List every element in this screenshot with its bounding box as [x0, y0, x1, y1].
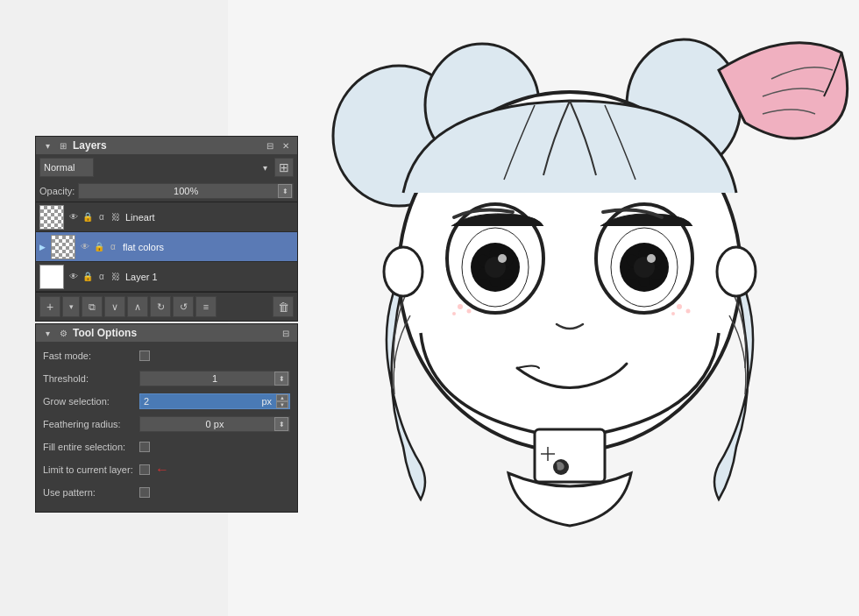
fast-mode-row: Fast mode:	[43, 347, 290, 365]
fill-entire-row: Fill entire selection:	[43, 438, 290, 456]
svg-point-6	[717, 247, 756, 296]
eye-icon-2[interactable]: 👁	[79, 242, 91, 251]
svg-point-30	[458, 304, 463, 309]
move-layer-up-btn[interactable]: ∧	[127, 296, 148, 317]
layer-item-lineart[interactable]: 👁 🔒 α ⛓ Lineart	[36, 202, 297, 232]
layers-icon: ⊞	[57, 139, 69, 152]
move-layer-down-btn[interactable]: ∨	[104, 296, 125, 317]
layer-name-flat-colors: flat colors	[123, 242, 294, 252]
layer-icons-layer1: 👁 🔒 α ⛓	[67, 272, 122, 281]
panels-container: ▾ ⊞ Layers ⊟ ✕ Normal Multiply Screen	[35, 136, 298, 514]
canvas-area: ▾ ⊞ Layers ⊟ ✕ Normal Multiply Screen	[0, 0, 859, 616]
duplicate-layer-btn[interactable]: ⧉	[82, 296, 103, 317]
threshold-scroll[interactable]: ⬍	[274, 372, 288, 386]
use-pattern-label: Use pattern:	[43, 487, 139, 498]
grow-selection-slider[interactable]: 2 px ▲ ▼	[139, 393, 290, 409]
tool-options-titlebar[interactable]: ▾ ⚙ Tool Options ⊟	[36, 324, 297, 342]
feathering-row: Feathering radius: 0 px ⬍	[43, 415, 290, 433]
layer-properties-btn[interactable]: ≡	[195, 296, 217, 317]
fast-mode-label: Fast mode:	[43, 350, 139, 361]
use-pattern-row: Use pattern:	[43, 484, 290, 501]
grow-selection-row: Grow selection: 2 px ▲ ▼	[43, 393, 290, 410]
layer-icons-flat-colors: 👁 🔒 α	[79, 242, 119, 251]
alpha-icon[interactable]: α	[96, 212, 108, 222]
blend-mode-wrapper: Normal Multiply Screen	[39, 158, 271, 177]
close-icon[interactable]: ✕	[280, 139, 292, 152]
lock-icon[interactable]: 🔒	[82, 212, 94, 222]
svg-point-34	[686, 309, 691, 314]
delete-layer-btn[interactable]: 🗑	[273, 296, 294, 317]
grow-spin-up[interactable]: ▲	[276, 394, 288, 401]
layer-name-layer1: Layer 1	[125, 272, 294, 282]
merge-down-btn[interactable]: ↻	[150, 296, 171, 317]
alpha-icon-3[interactable]: α	[96, 272, 108, 281]
feathering-value: 0 px	[140, 419, 289, 429]
channels-button[interactable]: ⊞	[274, 158, 294, 177]
threshold-slider[interactable]: 1 ⬍	[139, 371, 290, 386]
fast-mode-checkbox[interactable]	[139, 350, 150, 361]
threshold-row: Threshold: 1 ⬍	[43, 370, 290, 387]
character-illustration	[228, 0, 859, 616]
svg-point-35	[671, 312, 675, 315]
titlebar-left: ▾ ⊞ Layers	[41, 139, 107, 152]
opacity-label: Opacity:	[39, 186, 75, 196]
link-icon[interactable]: ⛓	[110, 212, 122, 222]
svg-point-5	[384, 247, 422, 296]
svg-point-28	[647, 254, 656, 263]
grow-selection-label: Grow selection:	[43, 396, 139, 407]
selected-arrow: ▶	[39, 243, 46, 251]
tool-icon: ⚙	[57, 327, 69, 339]
opacity-slider[interactable]: 100% ⬍	[78, 183, 294, 199]
feathering-slider[interactable]: 0 px ⬍	[139, 416, 290, 432]
eye-icon[interactable]: 👁	[67, 212, 80, 222]
threshold-label: Threshold:	[43, 373, 139, 384]
svg-rect-29	[535, 429, 605, 482]
fill-entire-checkbox[interactable]	[139, 442, 150, 452]
use-pattern-checkbox[interactable]	[139, 487, 150, 498]
tool-options-titlebar-icons: ⊟	[280, 327, 292, 339]
configure-icon-2[interactable]: ⊟	[280, 327, 292, 339]
svg-point-31	[467, 309, 472, 314]
layer-item-flat-colors[interactable]: ▶ 👁 🔒 α flat colors	[36, 232, 297, 262]
svg-point-33	[677, 304, 682, 309]
link-icon-3[interactable]: ⛓	[110, 272, 122, 281]
limit-layer-row: Limit to current layer: ←	[43, 461, 290, 478]
lock-icon-3[interactable]: 🔒	[82, 272, 94, 281]
feathering-scroll[interactable]: ⬍	[274, 417, 288, 431]
eye-icon-3[interactable]: 👁	[67, 272, 80, 281]
collapse-icon: ▾	[41, 139, 53, 152]
layer-item-layer1[interactable]: 👁 🔒 α ⛓ Layer 1	[36, 262, 297, 292]
add-layer-btn[interactable]: +	[39, 296, 60, 317]
fill-entire-label: Fill entire selection:	[43, 442, 139, 452]
layers-controls: Normal Multiply Screen ⊞	[36, 154, 297, 181]
svg-point-17	[498, 254, 507, 263]
threshold-value: 1	[140, 373, 289, 384]
blend-mode-select[interactable]: Normal Multiply Screen	[39, 158, 94, 177]
grow-value: 2	[144, 396, 149, 407]
flatten-btn[interactable]: ↺	[173, 296, 194, 317]
alpha-icon-2[interactable]: α	[107, 242, 119, 251]
limit-layer-label: Limit to current layer:	[43, 464, 139, 475]
layer-thumb-layer1	[39, 265, 64, 289]
grow-spin: ▲ ▼	[276, 394, 288, 408]
layers-titlebar[interactable]: ▾ ⊞ Layers ⊟ ✕	[36, 137, 297, 154]
grow-spin-down[interactable]: ▼	[276, 401, 288, 408]
tool-options-panel: ▾ ⚙ Tool Options ⊟ Fast mode: Threshold:	[35, 323, 298, 513]
grow-unit: px	[261, 396, 272, 407]
layer-name-lineart: Lineart	[125, 212, 294, 223]
limit-layer-checkbox[interactable]	[139, 464, 150, 475]
titlebar-icons: ⊟ ✕	[264, 139, 292, 152]
tool-options-titlebar-left: ▾ ⚙ Tool Options	[41, 327, 137, 339]
layer-list: 👁 🔒 α ⛓ Lineart ▶ 👁 🔒 α	[36, 202, 297, 292]
configure-icon[interactable]: ⊟	[264, 139, 276, 152]
layer-toolbar: + ▾ ⧉ ∨ ∧ ↻ ↺ ≡ 🗑	[36, 292, 297, 321]
layer-thumb-lineart	[39, 205, 64, 230]
layer-thumb-flat-colors	[51, 235, 75, 259]
lock-icon-2[interactable]: 🔒	[93, 242, 105, 251]
tool-options-title: Tool Options	[73, 327, 137, 339]
layers-title: Layers	[73, 139, 107, 152]
svg-point-32	[452, 312, 456, 315]
opacity-scroll[interactable]: ⬍	[278, 184, 292, 198]
add-layer-dropdown[interactable]: ▾	[62, 296, 80, 317]
arrow-indicator: ←	[155, 462, 169, 478]
